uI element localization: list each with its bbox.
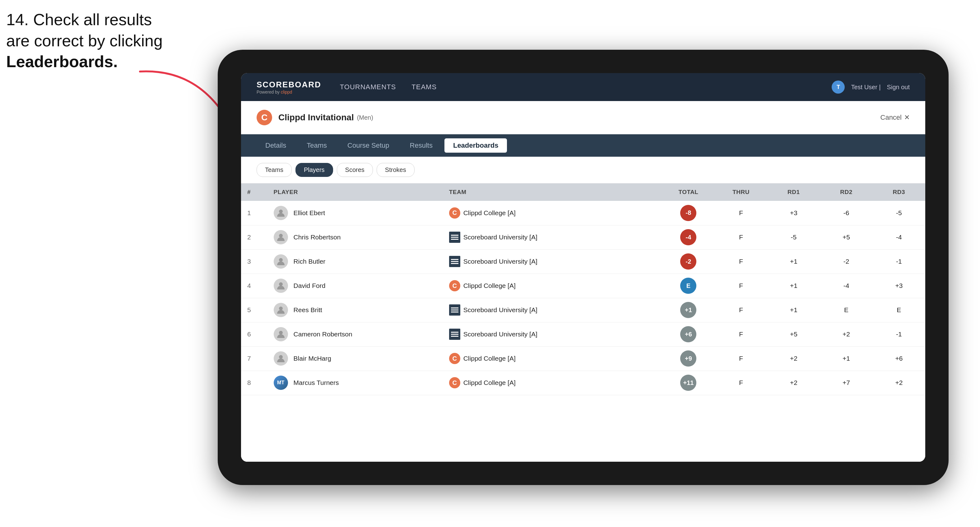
player-avatar [274, 303, 288, 317]
filter-strokes-button[interactable]: Strokes [377, 163, 415, 177]
player-avatar [274, 230, 288, 244]
nav-user-label: Test User | [851, 84, 880, 91]
svg-rect-8 [451, 261, 458, 262]
svg-rect-13 [451, 310, 458, 311]
score-badge: -2 [680, 253, 696, 270]
filter-bar: Teams Players Scores Strokes [241, 157, 925, 183]
cell-rd2: +5 [820, 225, 872, 249]
cell-rank: 2 [241, 225, 267, 249]
top-nav: SCOREBOARD Powered by clippd TOURNAMENTS… [241, 73, 925, 101]
svg-rect-7 [451, 259, 458, 260]
logo-text: SCOREBOARD [256, 80, 321, 89]
svg-point-6 [279, 258, 283, 262]
cell-total: E [662, 274, 715, 298]
cell-rank: 8 [241, 371, 267, 395]
nav-tournaments[interactable]: TOURNAMENTS [340, 81, 396, 93]
player-avatar [274, 327, 288, 341]
tournament-header: C Clippd Invitational (Men) Cancel ✕ [241, 101, 925, 134]
team-logo: C [449, 207, 460, 219]
sub-tabs-bar: Details Teams Course Setup Results Leade… [241, 134, 925, 157]
cell-rd3: +3 [873, 274, 925, 298]
team-name: Scoreboard University [A] [463, 330, 538, 338]
cell-rd2: +2 [820, 322, 872, 346]
tournament-title: Clippd Invitational [278, 113, 354, 122]
player-name: Blair McHarg [294, 355, 331, 362]
team-name: Scoreboard University [A] [463, 233, 538, 241]
nav-links: TOURNAMENTS TEAMS [340, 81, 832, 93]
table-header-row: # PLAYER TEAM TOTAL THRU RD1 RD2 RD3 [241, 183, 925, 201]
cell-rd1: +3 [767, 201, 820, 225]
score-badge: -4 [680, 229, 696, 245]
filter-players-button[interactable]: Players [296, 163, 333, 177]
player-name: Rees Britt [294, 306, 322, 314]
table-row: 6 Cameron Robertson Scoreboard Universit… [241, 322, 925, 346]
cell-rd3: -4 [873, 225, 925, 249]
cell-team: CClippd College [A] [443, 346, 662, 371]
cell-thru: F [715, 225, 767, 249]
tab-results[interactable]: Results [401, 138, 441, 152]
col-rank: # [241, 183, 267, 201]
cell-player: Rich Butler [267, 249, 443, 274]
nav-signout-link[interactable]: Sign out [887, 84, 910, 91]
cell-total: +9 [662, 346, 715, 371]
cell-rd2: +1 [820, 346, 872, 371]
team-name: Scoreboard University [A] [463, 306, 538, 314]
cell-rd3: -1 [873, 322, 925, 346]
tab-teams[interactable]: Teams [298, 138, 336, 152]
cell-thru: F [715, 201, 767, 225]
cell-rd1: +1 [767, 274, 820, 298]
cell-rank: 7 [241, 346, 267, 371]
score-badge: -8 [680, 205, 696, 221]
tab-details[interactable]: Details [256, 138, 295, 152]
score-badge: +11 [680, 375, 696, 391]
cell-team: Scoreboard University [A] [443, 249, 662, 274]
logo-sub: Powered by clippd [256, 89, 321, 95]
cell-rd2: -4 [820, 274, 872, 298]
filter-teams-button[interactable]: Teams [256, 163, 292, 177]
col-rd2: RD2 [820, 183, 872, 201]
svg-point-2 [279, 234, 283, 238]
table-row: 8MTMarcus TurnersCClippd College [A]+11F… [241, 371, 925, 395]
team-logo: C [449, 280, 460, 291]
cell-total: -8 [662, 201, 715, 225]
tab-leaderboards[interactable]: Leaderboards [444, 138, 507, 152]
team-logo: C [449, 377, 460, 388]
cell-team: Scoreboard University [A] [443, 322, 662, 346]
svg-point-1 [279, 210, 283, 213]
tab-course-setup[interactable]: Course Setup [339, 138, 398, 152]
player-avatar [274, 279, 288, 293]
cell-thru: F [715, 322, 767, 346]
col-team: TEAM [443, 183, 662, 201]
player-name: Elliot Ebert [294, 209, 325, 217]
score-badge: +9 [680, 351, 696, 367]
cell-rd1: -5 [767, 225, 820, 249]
cell-player: Rees Britt [267, 298, 443, 322]
instruction-text: 14. Check all results are correct by cli… [6, 10, 163, 73]
leaderboard-table: # PLAYER TEAM TOTAL THRU RD1 RD2 RD3 1 E… [241, 183, 925, 395]
cell-rank: 4 [241, 274, 267, 298]
svg-point-15 [279, 331, 283, 335]
cell-thru: F [715, 249, 767, 274]
nav-right: T Test User | Sign out [832, 81, 910, 94]
score-badge: +6 [680, 326, 696, 342]
score-badge: E [680, 278, 696, 294]
cell-rd3: +2 [873, 371, 925, 395]
svg-rect-17 [451, 334, 458, 335]
player-avatar [274, 254, 288, 268]
svg-rect-5 [451, 239, 458, 240]
player-name: Chris Robertson [294, 233, 341, 241]
col-player: PLAYER [267, 183, 443, 201]
filter-scores-button[interactable]: Scores [337, 163, 373, 177]
cell-team: Scoreboard University [A] [443, 298, 662, 322]
team-logo [449, 305, 460, 316]
svg-point-11 [279, 306, 283, 310]
tournament-logo: C [256, 110, 272, 125]
nav-teams[interactable]: TEAMS [412, 81, 437, 93]
svg-rect-3 [451, 235, 458, 236]
cancel-button[interactable]: Cancel ✕ [880, 113, 910, 122]
cell-rd2: -2 [820, 249, 872, 274]
cell-thru: F [715, 298, 767, 322]
player-name: Rich Butler [294, 258, 326, 265]
player-avatar [274, 206, 288, 220]
svg-point-19 [279, 355, 283, 359]
